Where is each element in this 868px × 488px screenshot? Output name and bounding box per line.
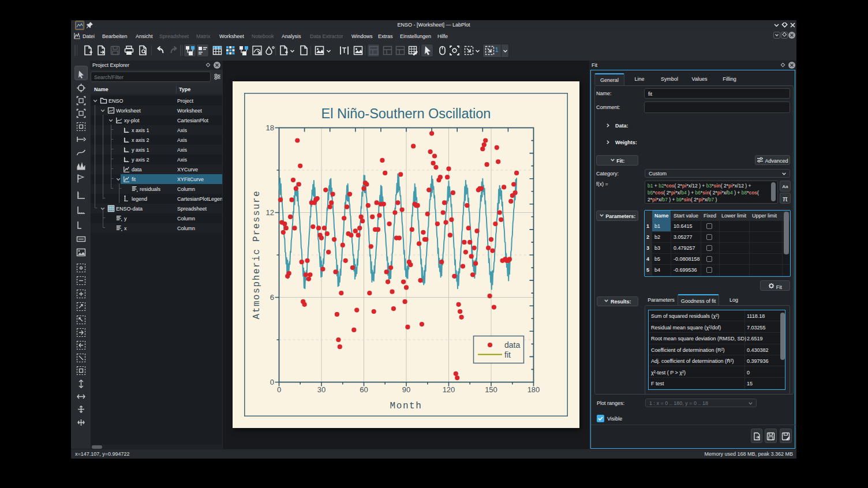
svg-text:0: 0 (277, 385, 281, 394)
svg-text:12: 12 (266, 208, 274, 217)
svg-text:120: 120 (443, 385, 455, 394)
svg-text:Month: Month (390, 401, 422, 411)
svg-text:90: 90 (402, 385, 410, 394)
svg-text:data: data (504, 340, 520, 350)
svg-text:30: 30 (317, 385, 326, 394)
svg-text:fit: fit (504, 350, 511, 359)
svg-text:0: 0 (270, 378, 274, 386)
svg-text:180: 180 (527, 385, 540, 394)
svg-text:El Niño-Southern Oscillation: El Niño-Southern Oscillation (321, 106, 491, 121)
svg-text:18: 18 (266, 123, 274, 132)
svg-text:Atmospheric Pressure: Atmospheric Pressure (252, 190, 262, 319)
svg-text:6: 6 (270, 293, 274, 302)
svg-text:150: 150 (485, 385, 497, 394)
svg-text:60: 60 (360, 385, 368, 394)
